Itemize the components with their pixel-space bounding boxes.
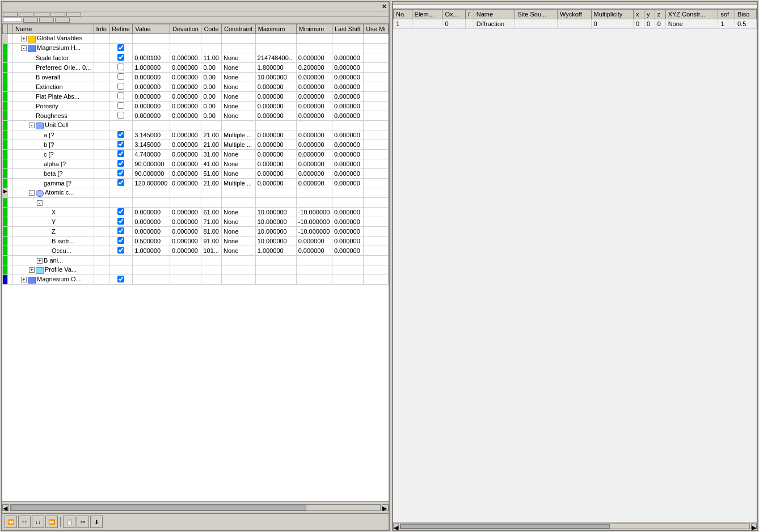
row-name[interactable]: Occu... (13, 246, 94, 256)
row-name[interactable]: X (13, 208, 94, 217)
table-row[interactable]: Z0.0000000.00000081.00None10.000000-10.0… (3, 227, 389, 237)
inspector-col-multi[interactable]: Multiplicity (591, 10, 633, 19)
row-name[interactable]: beta [? (13, 169, 94, 179)
lists-pane-close[interactable]: ✕ (382, 3, 386, 10)
col-code[interactable]: Code (201, 24, 222, 34)
row-name[interactable]: Y (13, 217, 94, 227)
col-maximum[interactable]: Maximum (255, 24, 296, 34)
col-use-min[interactable]: Use Mi (364, 24, 389, 34)
row-name[interactable]: Scale factor (13, 53, 94, 63)
tab-fourier-map[interactable] (39, 18, 54, 23)
row-name[interactable]: -Unit Cell (13, 121, 94, 130)
tab-refinement-control[interactable] (3, 18, 22, 22)
row-name[interactable]: Flat Plate Abs... (13, 92, 94, 102)
col-last-shift[interactable]: Last Shift (332, 24, 363, 34)
row-name[interactable]: Z (13, 227, 94, 237)
inspector-col-no[interactable]: No. (394, 10, 412, 19)
toolbar-btn-3[interactable]: ↓↓ (32, 516, 44, 528)
scroll-left[interactable]: ◀ (2, 504, 9, 511)
row-refine[interactable] (109, 237, 133, 246)
inspector-col-ox[interactable]: Ox... (442, 10, 465, 19)
row-refine[interactable] (109, 63, 133, 73)
inspector-col-site[interactable]: Site Sou... (515, 10, 558, 19)
inspector-scroll-left[interactable]: ◀ (393, 523, 399, 529)
table-row[interactable]: Scale factor0.0001000.00000011.00None214… (3, 53, 389, 63)
inspector-col-biso[interactable]: Biso (735, 10, 757, 19)
table-row[interactable]: Roughness0.0000000.0000000.00None0.00000… (3, 111, 389, 121)
col-info[interactable]: Info (94, 24, 109, 34)
table-row[interactable]: X0.0000000.00000061.00None10.000000-10.0… (3, 208, 389, 217)
row-name[interactable]: alpha [? (13, 159, 94, 169)
table-row[interactable]: Extinction0.0000000.0000000.00None0.0000… (3, 82, 389, 92)
inspector-col-y[interactable]: y (644, 10, 655, 19)
scroll-track[interactable] (10, 504, 381, 511)
col-name[interactable]: Name (13, 24, 94, 34)
row-name[interactable]: -Atomic c... (13, 188, 94, 198)
table-row[interactable]: B isotr...0.5000000.00000091.00None10.00… (3, 237, 389, 246)
table-row[interactable]: Porosity0.0000000.0000000.00None0.000000… (3, 102, 389, 111)
row-refine[interactable] (109, 150, 133, 159)
inspector-col-sof[interactable]: sof (718, 10, 735, 19)
table-row[interactable]: beta [?90.0000000.00000051.00None0.00000… (3, 169, 389, 179)
scroll-right[interactable]: ▶ (382, 504, 389, 511)
row-refine[interactable] (109, 246, 133, 256)
row-name[interactable]: B isotr... (13, 237, 94, 246)
row-refine[interactable] (109, 121, 133, 130)
tab-scan-list[interactable] (19, 12, 33, 16)
row-name[interactable]: Porosity (13, 102, 94, 111)
row-name[interactable]: Extinction (13, 82, 94, 92)
inspector-col-elem[interactable]: Elem... (412, 10, 442, 19)
tab-pattern-list[interactable] (3, 12, 18, 16)
tab-peak-list[interactable] (35, 12, 49, 16)
table-row[interactable]: b [?3.1450000.00000021.00Multiple ...0.0… (3, 140, 389, 150)
tab-distances-angles[interactable] (55, 18, 70, 23)
row-refine[interactable] (109, 53, 133, 63)
inspector-col-slash[interactable]: / (465, 10, 474, 19)
row-name[interactable]: +Global Variables (13, 34, 94, 44)
row-refine[interactable] (109, 82, 133, 92)
row-name[interactable]: gamma [? (13, 179, 94, 188)
table-row[interactable]: Preferred Orie... 0...1.0000000.0000000.… (3, 63, 389, 73)
row-refine[interactable] (109, 44, 133, 53)
table-row[interactable]: c [?4.7400000.00000031.00None0.0000000.0… (3, 150, 389, 159)
col-value[interactable]: Value (133, 24, 170, 34)
inspector-scrollbar[interactable]: ◀ ▶ (393, 522, 757, 530)
toolbar-btn-1[interactable]: ⏪ (5, 516, 17, 528)
row-name[interactable]: a [? (13, 130, 94, 140)
row-refine[interactable] (109, 92, 133, 102)
row-refine[interactable] (109, 227, 133, 237)
table-row[interactable]: alpha [?90.0000000.00000041.00None0.0000… (3, 159, 389, 169)
row-refine[interactable] (109, 140, 133, 150)
row-name[interactable]: +B ani... (13, 256, 94, 265)
row-refine[interactable] (109, 102, 133, 111)
scroll-thumb[interactable] (11, 505, 306, 510)
row-refine[interactable] (109, 73, 133, 82)
row-name[interactable]: Preferred Orie... 0... (13, 63, 94, 73)
table-row[interactable]: -Unit Cell (3, 121, 389, 130)
row-refine[interactable] (109, 169, 133, 179)
table-row[interactable]: +Global Variables (3, 34, 389, 44)
table-row[interactable]: - (3, 198, 389, 208)
row-refine[interactable] (109, 265, 133, 275)
row-refine[interactable] (109, 159, 133, 169)
table-row[interactable]: Occu...1.0000000.000000101...None1.00000… (3, 246, 389, 256)
row-refine[interactable] (109, 256, 133, 265)
toolbar-btn-4[interactable]: ⏩ (45, 516, 58, 528)
table-row[interactable]: gamma [?120.0000000.00000021.00Multiple … (3, 179, 389, 188)
row-name[interactable]: -Magnesium H... (13, 44, 94, 53)
row-refine[interactable] (109, 275, 133, 285)
row-refine[interactable] (109, 111, 133, 121)
col-constraint[interactable]: Constraint (222, 24, 256, 34)
row-refine[interactable] (109, 198, 133, 208)
toolbar-btn-5[interactable]: 📋 (63, 516, 75, 528)
row-name[interactable]: b [? (13, 140, 94, 150)
inspector-col-x[interactable]: x (634, 10, 644, 19)
bottom-scrollbar[interactable]: ◀ ▶ (2, 501, 389, 513)
inspector-col-wyckoff[interactable]: Wyckoff (557, 10, 591, 19)
table-row[interactable]: a [?3.1450000.00000021.00Multiple ...0.0… (3, 130, 389, 140)
row-name[interactable]: - (13, 198, 94, 208)
row-name[interactable]: +Magnesium O... (13, 275, 94, 285)
row-name[interactable]: +Profile Va... (13, 265, 94, 275)
inspector-scroll-right[interactable]: ▶ (751, 523, 757, 529)
inspector-scroll-track[interactable] (400, 523, 750, 529)
